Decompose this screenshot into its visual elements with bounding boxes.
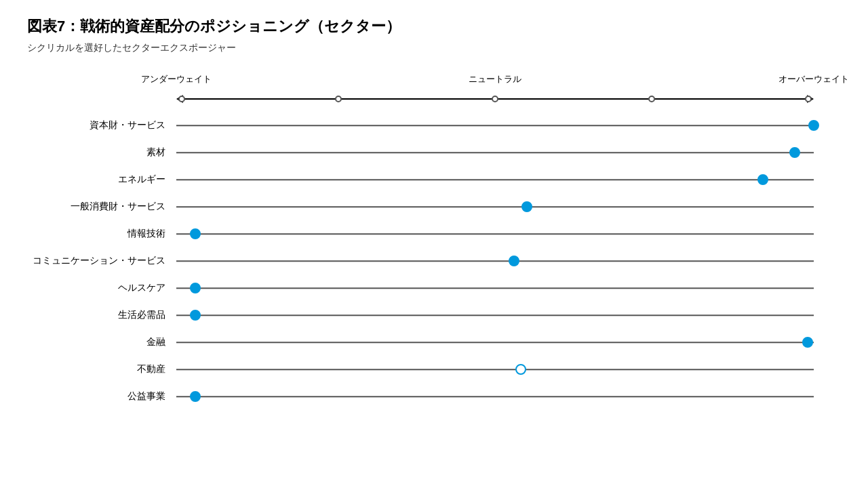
axis-label: アンダーウェイト (141, 73, 212, 85)
track-line (176, 342, 814, 343)
row-track (176, 384, 814, 409)
track-line (176, 314, 814, 316)
row-label: 生活必需品 (27, 309, 176, 321)
data-dot (515, 364, 526, 375)
track-line (176, 152, 814, 153)
row-track (176, 194, 814, 220)
row-label: ヘルスケア (27, 282, 176, 294)
page-wrapper: 図表7：戦術的資産配分のポジショニング（セクター） シクリカルを選好したセクター… (27, 16, 841, 411)
data-row: ヘルスケア (27, 275, 841, 301)
row-label: 素材 (27, 146, 176, 159)
row-label: コミュニケーション・サービス (27, 255, 176, 267)
data-dot (509, 256, 519, 266)
data-dot (190, 391, 201, 402)
data-row: 素材 (27, 140, 841, 165)
track-line (176, 179, 814, 180)
row-label: 情報技術 (27, 228, 176, 240)
track-line (176, 206, 814, 207)
axis-line-row (176, 92, 841, 106)
page-subtitle: シクリカルを選好したセクターエクスポージャー (27, 42, 841, 54)
track-line (176, 125, 814, 126)
row-track (176, 167, 814, 192)
track-line (176, 260, 814, 262)
row-label: 不動産 (27, 363, 176, 375)
track-line (176, 233, 814, 235)
axis-tick (335, 96, 342, 102)
row-track (176, 140, 814, 165)
data-dot (521, 201, 532, 212)
data-row: 資本財・サービス (27, 113, 841, 138)
data-row: 一般消費財・サービス (27, 194, 841, 220)
row-label: 公益事業 (27, 390, 176, 403)
data-dot (190, 283, 201, 293)
data-row: 不動産 (27, 357, 841, 382)
axis-labels-row: アンダーウェイトニュートラルオーバーウェイト (176, 73, 814, 91)
data-row: 金融 (27, 329, 841, 355)
row-label: 資本財・サービス (27, 119, 176, 131)
row-label: エネルギー (27, 174, 176, 186)
row-track (176, 357, 814, 382)
row-track (176, 302, 814, 328)
data-dot (808, 120, 819, 131)
data-dot (789, 147, 800, 158)
row-track (176, 113, 814, 138)
axis-label: オーバーウェイト (778, 73, 849, 85)
track-line (176, 287, 814, 289)
data-row: 生活必需品 (27, 302, 841, 328)
track-line (176, 396, 814, 397)
axis-tick (805, 96, 812, 102)
axis-tick (492, 96, 498, 102)
row-track (176, 275, 814, 301)
data-dot (802, 337, 813, 348)
track-line (176, 369, 814, 370)
axis-tick (648, 96, 655, 102)
row-track (176, 329, 814, 355)
row-label: 一般消費財・サービス (27, 201, 176, 213)
data-dot (757, 174, 768, 185)
data-row: 公益事業 (27, 384, 841, 409)
axis-label: ニュートラル (469, 73, 521, 85)
page-title: 図表7：戦術的資産配分のポジショニング（セクター） (27, 16, 841, 37)
row-label: 金融 (27, 336, 176, 348)
data-row: コミュニケーション・サービス (27, 248, 841, 274)
axis-tick (178, 96, 185, 102)
data-row: エネルギー (27, 167, 841, 192)
data-row: 情報技術 (27, 221, 841, 247)
data-dot (190, 228, 201, 239)
row-track (176, 221, 814, 247)
row-track (176, 248, 814, 274)
chart-container: アンダーウェイトニュートラルオーバーウェイト資本財・サービス素材エネルギー一般消… (27, 73, 841, 411)
data-dot (190, 310, 201, 321)
